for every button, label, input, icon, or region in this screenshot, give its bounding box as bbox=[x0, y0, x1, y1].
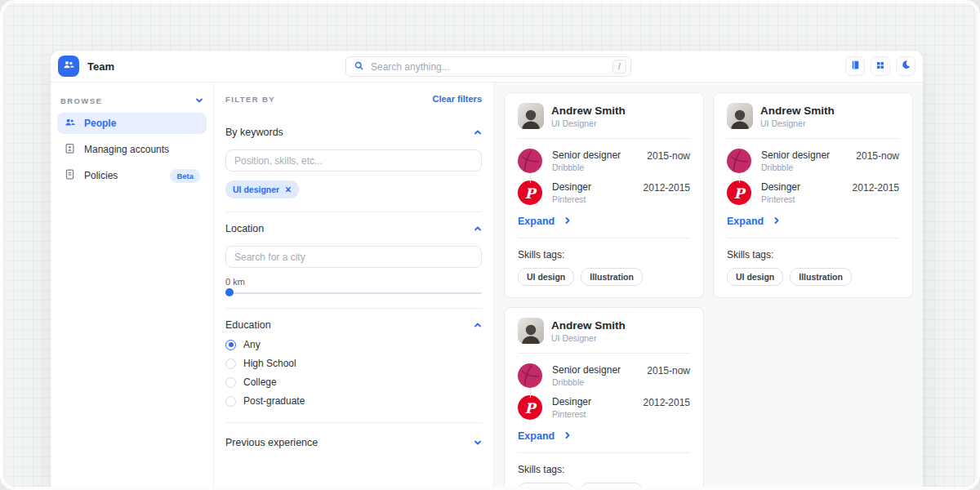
search-input[interactable] bbox=[371, 61, 612, 73]
experience-company: Dribbble bbox=[552, 163, 637, 172]
radio-option-high-school[interactable]: High School bbox=[225, 357, 482, 370]
skill-tag[interactable]: UI design bbox=[727, 268, 783, 286]
experience-period: 2015-now bbox=[647, 149, 690, 162]
sidebar-item-label: Managing accounts bbox=[84, 144, 169, 155]
chevron-down-icon bbox=[474, 435, 482, 450]
experience-company: Dribbble bbox=[552, 377, 637, 387]
pinterest-icon: P bbox=[518, 180, 542, 205]
person-name: Andrew Smith bbox=[551, 105, 626, 117]
experience-company: Pinterest bbox=[552, 194, 634, 204]
radio-option-post-graduate[interactable]: Post-graduate bbox=[225, 394, 482, 408]
keyword-tag-ui-designer[interactable]: UI designer bbox=[225, 180, 299, 198]
radio-option-college[interactable]: College bbox=[225, 376, 482, 389]
moon-icon bbox=[901, 59, 911, 74]
location-section-header[interactable]: Location bbox=[225, 221, 482, 236]
beta-badge: Beta bbox=[170, 169, 200, 183]
radio-option-any[interactable]: Any bbox=[225, 338, 482, 351]
search-icon bbox=[354, 60, 364, 74]
city-search-input[interactable] bbox=[225, 246, 482, 268]
previous-experience-label: Previous experience bbox=[225, 437, 318, 448]
keywords-input[interactable] bbox=[225, 149, 482, 172]
profile-card: Andrew Smith UI Designer Senior desi bbox=[504, 92, 704, 298]
dark-mode-button[interactable] bbox=[896, 56, 915, 76]
previous-experience-section-header[interactable]: Previous experience bbox=[225, 435, 482, 450]
grid-icon bbox=[875, 59, 885, 74]
timeline-connector bbox=[739, 173, 740, 183]
divider bbox=[518, 353, 690, 354]
skill-tag[interactable]: UI design bbox=[518, 483, 574, 490]
id-badge-icon bbox=[64, 142, 76, 157]
header-actions bbox=[845, 56, 915, 76]
dribbble-icon bbox=[518, 363, 542, 388]
team-people-icon bbox=[62, 58, 75, 74]
divider bbox=[518, 452, 690, 453]
expand-link[interactable]: Expand bbox=[518, 216, 690, 227]
remove-tag-icon[interactable] bbox=[285, 185, 292, 194]
radio[interactable] bbox=[225, 377, 236, 388]
app-logo bbox=[58, 56, 79, 77]
sidebar: BROWSE People Managing accounts bbox=[51, 82, 214, 489]
dribbble-icon bbox=[727, 149, 751, 173]
expand-link[interactable]: Expand bbox=[727, 216, 899, 227]
skill-tag[interactable]: UI design bbox=[518, 268, 574, 286]
canvas: Team / bbox=[0, 0, 980, 490]
experience-period: 2012-2015 bbox=[853, 180, 899, 194]
people-icon bbox=[64, 116, 76, 131]
apps-grid-button[interactable] bbox=[871, 56, 890, 76]
experience-row: Senior designer Dribbble 2015-now bbox=[518, 149, 690, 173]
experience-title: Senior designer bbox=[761, 149, 846, 161]
skill-tag[interactable]: Illustration bbox=[790, 268, 852, 286]
radio[interactable] bbox=[225, 359, 236, 369]
slider-thumb[interactable] bbox=[225, 288, 234, 296]
skills-label: Skills tags: bbox=[518, 249, 690, 261]
browse-label: BROWSE bbox=[60, 96, 102, 105]
person-name: Andrew Smith bbox=[760, 105, 835, 117]
experience-title: Desinger bbox=[761, 181, 843, 193]
experience-title: Desinger bbox=[552, 181, 634, 193]
skill-tag[interactable]: Illustration bbox=[581, 268, 643, 286]
skill-tag[interactable]: Illustration bbox=[581, 483, 643, 490]
sidebar-item-label: Policies bbox=[84, 170, 118, 181]
person-role: UI Designer bbox=[551, 333, 626, 343]
avatar bbox=[518, 103, 544, 129]
clear-filters-link[interactable]: Clear filters bbox=[432, 94, 482, 104]
sidebar-section-header[interactable]: BROWSE bbox=[57, 93, 207, 108]
document-icon bbox=[64, 168, 76, 183]
experience-company: Pinterest bbox=[761, 194, 843, 204]
radio[interactable] bbox=[225, 396, 236, 407]
sidebar-item-people[interactable]: People bbox=[57, 113, 207, 134]
education-label: Education bbox=[225, 319, 271, 331]
person-role: UI Designer bbox=[760, 118, 835, 128]
svg-text:P: P bbox=[734, 185, 746, 202]
chevron-up-icon bbox=[474, 221, 482, 236]
expand-link[interactable]: Expand bbox=[518, 430, 690, 442]
experience-row: P Desinger Pinterest 2012-2015 bbox=[518, 180, 690, 205]
sidebar-item-managing-accounts[interactable]: Managing accounts bbox=[57, 139, 207, 160]
radio-selected[interactable] bbox=[225, 340, 236, 350]
education-section-header[interactable]: Education bbox=[225, 318, 482, 332]
results-grid: Andrew Smith UI Designer Senior desi bbox=[494, 82, 923, 489]
chevron-down-icon bbox=[195, 93, 203, 108]
keywords-section-header[interactable]: By keywords bbox=[225, 125, 482, 140]
global-search[interactable]: / bbox=[345, 56, 631, 77]
experience-row: Senior designer Dribbble 2015-now bbox=[727, 149, 899, 173]
experience-title: Desinger bbox=[552, 396, 634, 408]
experience-period: 2012-2015 bbox=[644, 395, 690, 408]
book-button[interactable] bbox=[845, 56, 865, 76]
pinterest-icon: P bbox=[518, 395, 542, 420]
timeline-connector bbox=[530, 388, 531, 398]
distance-slider[interactable] bbox=[225, 288, 482, 296]
divider bbox=[727, 138, 899, 139]
app-header: Team / bbox=[51, 51, 923, 82]
tag-label: UI designer bbox=[233, 185, 279, 194]
app-window: Team / bbox=[51, 51, 923, 490]
divider bbox=[225, 212, 482, 212]
experience-period: 2015-now bbox=[856, 149, 899, 162]
sidebar-item-label: People bbox=[84, 118, 116, 129]
filter-panel: FILTER BY Clear filters By keywords UI d… bbox=[214, 82, 494, 489]
divider bbox=[727, 238, 899, 238]
app-title: Team bbox=[87, 60, 114, 73]
slider-track[interactable] bbox=[225, 292, 482, 294]
sidebar-item-policies[interactable]: Policies Beta bbox=[57, 165, 207, 186]
distance-value-label: 0 km bbox=[225, 277, 482, 287]
